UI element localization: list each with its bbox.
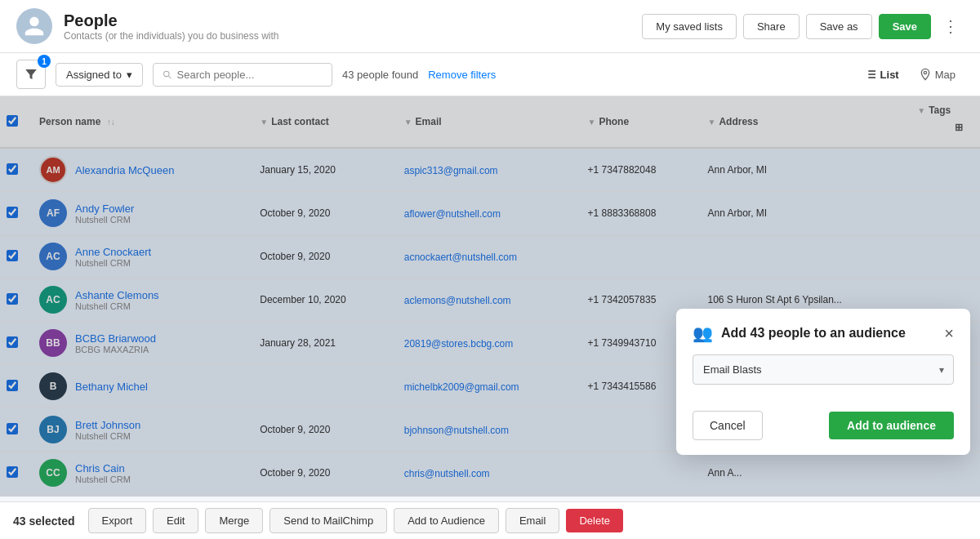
- share-button[interactable]: Share: [743, 14, 800, 39]
- merge-button[interactable]: Merge: [205, 508, 263, 533]
- modal-header: 👥 Add 43 people to an audience ×: [676, 309, 970, 354]
- filter-badge-container: 1: [16, 60, 46, 89]
- search-input[interactable]: [177, 69, 323, 81]
- header-right: My saved lists Share Save as Save ⋮: [642, 13, 964, 39]
- page-subtitle: Contacts (or the individuals) you do bus…: [64, 30, 278, 42]
- edit-button[interactable]: Edit: [153, 508, 198, 533]
- send-to-mailchimp-button[interactable]: Send to MailChimp: [270, 508, 387, 533]
- search-box: [153, 63, 332, 87]
- delete-button[interactable]: Delete: [566, 509, 623, 532]
- remove-filters-link[interactable]: Remove filters: [428, 69, 496, 81]
- header-left: People Contacts (or the individuals) you…: [16, 8, 278, 44]
- audience-icon: 👥: [693, 323, 713, 343]
- map-view-button[interactable]: Map: [911, 63, 964, 86]
- assigned-to-label: Assigned to: [66, 69, 122, 81]
- bottom-action-bar: 43 selected Export Edit Merge Send to Ma…: [0, 501, 980, 539]
- export-button[interactable]: Export: [88, 508, 147, 533]
- modal-add-to-audience-button[interactable]: Add to audience: [829, 412, 954, 439]
- audience-select[interactable]: Email BlastsNewsletterPromotions: [693, 354, 954, 385]
- page-title: People: [64, 11, 278, 30]
- more-options-button[interactable]: ⋮: [938, 13, 964, 39]
- people-icon: [16, 8, 52, 44]
- people-table-container: Person name ↑↓ ▼Last contact ▼Email ▼Pho…: [0, 96, 980, 497]
- modal-title: 👥 Add 43 people to an audience: [693, 323, 906, 343]
- toolbar: 1 Assigned to ▾ 43 people found Remove f…: [0, 53, 980, 96]
- assigned-to-button[interactable]: Assigned to ▾: [56, 63, 143, 87]
- list-icon: [864, 68, 877, 81]
- modal-cancel-button[interactable]: Cancel: [693, 411, 763, 440]
- map-icon: [919, 68, 932, 81]
- search-icon: [162, 69, 172, 80]
- add-to-audience-bottom-button[interactable]: Add to Audience: [394, 508, 499, 533]
- email-button[interactable]: Email: [506, 508, 560, 533]
- selected-count: 43 selected: [13, 514, 75, 528]
- chevron-down-icon: ▾: [127, 69, 132, 81]
- header-title: People Contacts (or the individuals) you…: [64, 11, 278, 42]
- found-count: 43 people found: [342, 69, 418, 81]
- my-saved-lists-button[interactable]: My saved lists: [642, 14, 737, 39]
- modal-body: Email BlastsNewsletterPromotions ▾: [676, 354, 970, 399]
- list-view-button[interactable]: List: [856, 63, 907, 86]
- save-as-button[interactable]: Save as: [806, 14, 872, 39]
- add-to-audience-modal: 👥 Add 43 people to an audience × Email B…: [676, 309, 970, 455]
- app-header: People Contacts (or the individuals) you…: [0, 0, 980, 53]
- modal-footer: Cancel Add to audience: [676, 399, 970, 455]
- toolbar-right: List Map: [856, 63, 964, 86]
- filter-count-badge: 1: [38, 55, 51, 68]
- modal-close-button[interactable]: ×: [944, 325, 954, 341]
- audience-select-wrapper: Email BlastsNewsletterPromotions ▾: [693, 354, 954, 385]
- save-button[interactable]: Save: [879, 14, 931, 39]
